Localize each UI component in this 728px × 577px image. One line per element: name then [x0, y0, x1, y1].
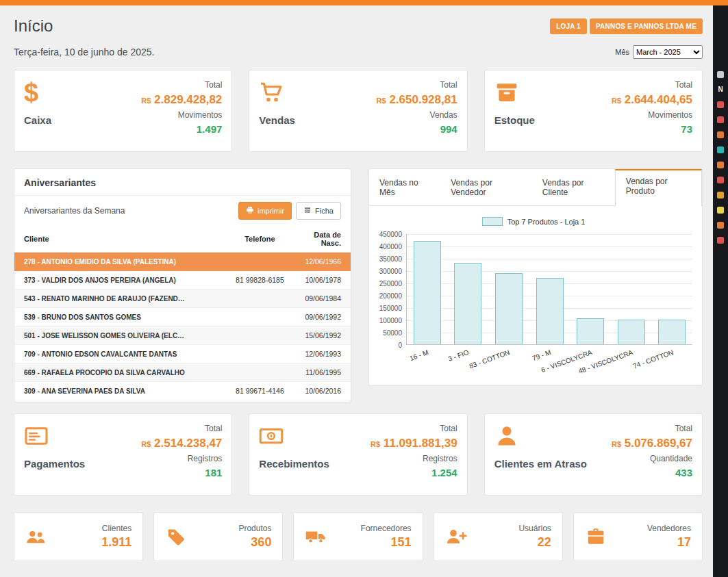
menu-icon[interactable] — [717, 237, 724, 244]
ficha-button-label: Ficha — [315, 207, 334, 215]
birthday-row[interactable]: 709 - ANTONIO EDSON CAVALCANTE DANTAS 12… — [14, 345, 351, 363]
count-label: Registros — [188, 454, 223, 463]
menu-icon[interactable] — [717, 207, 724, 214]
client-name: 539 - BRUNO DOS SANTOS GOMES — [14, 308, 223, 326]
y-tick-label: 200000 — [379, 292, 402, 300]
total-value: R$ 2.829.428,82 — [141, 93, 222, 107]
legend-swatch — [482, 217, 503, 226]
birthday-row[interactable]: 278 - ANTONIO EMIDIO DA SILVA (PALESTINA… — [14, 253, 351, 271]
cart-icon — [259, 80, 286, 106]
money-icon — [259, 424, 286, 450]
birthday-row[interactable]: 669 - RAFAELA PROCOPIO DA SILVA CARVALHO… — [14, 363, 351, 382]
count-value: 181 — [205, 467, 222, 478]
client-name: 669 - RAFAELA PROCOPIO DA SILVA CARVALHO — [14, 363, 223, 382]
tab-vendas-por-cliente[interactable]: Vendas por Cliente — [532, 169, 615, 205]
mini-card-usuarios: Usuários 22 — [434, 512, 563, 561]
count-label: Quantidade — [650, 454, 692, 463]
ficha-button[interactable]: Ficha — [296, 202, 341, 220]
client-name: 373 - VALDIR DOS ANJOS PEREIRA (ANGELA) — [14, 271, 223, 290]
month-picker: Mês March - 2025 — [615, 45, 703, 59]
bar-slot — [407, 234, 448, 344]
tab-vendas-por-vendedor[interactable]: Vendas por Vendedor — [440, 169, 532, 205]
total-value: R$ 11.091.881,39 — [371, 437, 457, 450]
mini-card-right: Clientes 1.911 — [101, 524, 131, 550]
top-accent-bar — [0, 0, 728, 5]
mini-card-value: 1.911 — [101, 535, 131, 550]
stat-card-pagamentos: Pagamentos Total R$ 2.514.238,47 Registr… — [14, 413, 232, 496]
tab-vendas-por-produto[interactable]: Vendas por Produto — [615, 169, 702, 206]
menu-icon[interactable] — [717, 71, 724, 78]
count-value: 433 — [675, 467, 692, 478]
y-tick-label: 300000 — [379, 268, 402, 275]
mini-card-label: Vendedores — [647, 524, 691, 533]
truck-icon — [305, 526, 328, 547]
client-phone — [223, 253, 297, 271]
y-tick-label: 350000 — [379, 255, 402, 263]
total-value: R$ 2.514.238,47 — [141, 437, 222, 450]
people-icon — [25, 526, 49, 547]
x-tick-label: 74 - COTTON — [632, 348, 675, 370]
store-button-loja-1[interactable]: LOJA 1 — [550, 18, 587, 34]
menu-icon[interactable] — [717, 162, 724, 168]
legend-label: Top 7 Produtos - Loja 1 — [507, 218, 586, 226]
mini-card-fornecedores: Fornecedores 151 — [293, 512, 423, 561]
birthday-row[interactable]: 373 - VALDIR DOS ANJOS PEREIRA (ANGELA) … — [14, 271, 351, 290]
menu-icon[interactable] — [717, 146, 724, 153]
stat-card-vendas: Vendas Total R$ 2.650.928,81 Vendas 994 — [249, 70, 467, 152]
client-birthdate: 09/06/1984 — [297, 290, 351, 308]
store-buttons: LOJA 1PANNOS E PANNOS LTDA ME — [550, 18, 703, 34]
stat-card-caixa: $ Caixa Total R$ 2.829.428,82 Movimentos… — [14, 70, 232, 152]
birthdays-subtitle: Aniversariantes da Semana — [24, 206, 125, 216]
client-birthdate: 15/06/1992 — [297, 326, 351, 345]
count-value: 1.497 — [197, 123, 223, 135]
bar-74-cotton — [658, 320, 686, 344]
y-tick-label: 450000 — [379, 231, 402, 238]
list-icon — [303, 206, 312, 216]
client-birthdate: 12/06/1966 — [297, 253, 351, 271]
menu-icon[interactable] — [717, 192, 724, 198]
birthday-row[interactable]: 501 - JOSE WELISSON GOMES OLIVEIRA (ELC…… — [14, 326, 351, 345]
birthdays-card: Aniversariantes Aniversariantes da Seman… — [14, 168, 351, 402]
stat-card-right: Total R$ 2.829.428,82 Movimentos 1.497 — [141, 80, 222, 143]
client-name: 543 - RENATO MARINHO DE ARAUJO (FAZEND… — [14, 290, 223, 308]
month-select[interactable]: March - 2025 — [633, 45, 703, 59]
birthdays-table-header: Cliente Telefone Data de Nasc. — [14, 226, 351, 253]
total-label: Total — [675, 80, 692, 90]
dollar-icon: $ — [24, 80, 51, 106]
tag-icon — [165, 526, 188, 547]
x-tick-label: 16 - M — [408, 348, 429, 362]
menu-icon[interactable] — [717, 131, 724, 138]
tab-vendas-no-mes[interactable]: Vendas no Mês — [369, 169, 440, 205]
column-cliente: Cliente — [14, 226, 223, 253]
stat-card-left: Pagamentos — [24, 424, 85, 487]
mini-card-right: Fornecedores 151 — [361, 524, 412, 550]
mini-card-produtos: Produtos 360 — [153, 512, 283, 561]
stat-row-top: $ Caixa Total R$ 2.829.428,82 Movimentos… — [14, 70, 703, 152]
birthday-row[interactable]: 309 - ANA SEVERINA PAES DA SILVA 81 9967… — [14, 382, 351, 400]
stat-card-title: Caixa — [24, 114, 51, 126]
menu-icon[interactable] — [717, 177, 724, 183]
birthday-row[interactable]: 543 - RENATO MARINHO DE ARAUJO (FAZEND… … — [14, 290, 351, 308]
print-button[interactable]: imprimir — [238, 202, 292, 220]
y-tick-label: 50000 — [383, 329, 402, 337]
store-button-pannos-e-pannos-ltda-me[interactable]: PANNOS E PANNOS LTDA ME — [590, 18, 703, 34]
menu-icon[interactable] — [717, 116, 724, 123]
right-sidebar[interactable]: N — [713, 5, 728, 577]
print-button-label: imprimir — [258, 207, 284, 215]
birthday-row[interactable]: 539 - BRUNO DOS SANTOS GOMES 09/06/1992 — [14, 308, 351, 326]
menu-icon[interactable]: N — [718, 86, 723, 93]
client-birthdate: 10/06/2016 — [297, 382, 351, 400]
stat-card-left: Estoque — [494, 80, 535, 143]
bar-48-viscolycra — [618, 320, 645, 344]
birthdays-buttons: imprimir Ficha — [238, 202, 341, 220]
stat-card-title: Recebimentos — [259, 458, 329, 470]
client-phone — [223, 290, 297, 308]
menu-icon[interactable] — [717, 222, 724, 229]
menu-icon[interactable] — [717, 101, 724, 108]
stat-card-title: Clientes em Atraso — [494, 458, 587, 470]
mini-card-row: Clientes 1.911 Produtos 360 Fornecedores… — [14, 512, 703, 561]
chart-y-axis: 0500001000001500002000002500003000003500… — [375, 234, 406, 345]
bar-3-fio — [454, 263, 481, 344]
stat-card-title: Pagamentos — [24, 458, 85, 470]
client-phone — [223, 326, 297, 345]
